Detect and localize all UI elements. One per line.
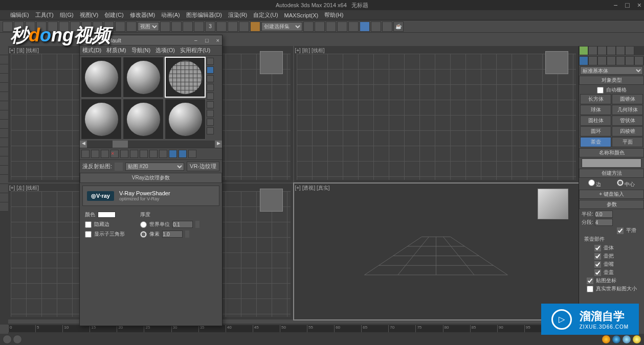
tool-icon[interactable]	[0, 101, 8, 110]
edge-radio[interactable]	[588, 179, 595, 186]
menu-views[interactable]: 视图(V)	[80, 11, 99, 19]
menu-customize[interactable]: 自定义(U)	[253, 11, 278, 19]
me-menu-navigation[interactable]: 导航(N)	[131, 47, 150, 54]
tool-icon[interactable]	[0, 46, 8, 55]
script-icon[interactable]	[3, 335, 12, 344]
geometry-icon[interactable]	[579, 56, 588, 65]
viewport-perspective[interactable]: [+] [透视] [真实]	[294, 183, 579, 320]
light-icon[interactable]	[622, 335, 631, 344]
pyramid-button[interactable]: 四棱锥	[612, 126, 643, 136]
show-end-icon[interactable]	[169, 150, 177, 158]
align-icon[interactable]	[315, 21, 325, 32]
display-tab-icon[interactable]	[616, 46, 625, 55]
name-color-header[interactable]: 名称和颜色	[579, 148, 644, 157]
schematic-icon[interactable]	[348, 21, 359, 32]
cameras-icon[interactable]	[607, 56, 616, 65]
torus-button[interactable]: 圆环	[580, 126, 611, 136]
params-header[interactable]: 参数	[579, 200, 644, 209]
close-button[interactable]: ×	[216, 37, 219, 43]
edit-selection-icon[interactable]	[250, 21, 260, 32]
spacewarps-icon[interactable]	[625, 56, 634, 65]
segments-input[interactable]	[595, 219, 613, 226]
material-slots-scrollbar[interactable]: ◀ ▶	[80, 141, 222, 148]
video-check-icon[interactable]	[207, 93, 214, 100]
box-button[interactable]: 长方体	[580, 94, 611, 104]
spinner-snap-icon[interactable]	[239, 21, 249, 32]
select-by-mat-icon[interactable]	[207, 119, 214, 126]
material-slot[interactable]	[123, 99, 164, 140]
reset-icon[interactable]: ×	[110, 150, 119, 158]
viewcube-icon[interactable]	[545, 51, 568, 74]
viewcube-icon[interactable]	[260, 51, 283, 74]
angle-snap-icon[interactable]	[216, 21, 227, 32]
tool-icon[interactable]	[0, 184, 8, 193]
render-icon[interactable]: ☕	[393, 21, 404, 32]
color-swatch[interactable]	[98, 212, 116, 218]
ref-coord-icon[interactable]	[194, 21, 204, 32]
layer-icon[interactable]	[326, 21, 336, 32]
options-icon[interactable]	[207, 110, 214, 117]
show-map-icon[interactable]	[159, 150, 167, 158]
map-name-dropdown[interactable]: 贴图 #20	[125, 163, 184, 171]
maximize-button[interactable]: □	[205, 37, 209, 43]
menu-rendering[interactable]: 渲染(R)	[228, 11, 247, 19]
lid-checkbox[interactable]	[594, 269, 601, 276]
viewport-label[interactable]: [+] [顶] [线框]	[9, 47, 39, 54]
tool-icon[interactable]	[0, 55, 8, 64]
tool-icon[interactable]	[0, 74, 8, 83]
background-icon[interactable]	[207, 75, 214, 82]
menu-group[interactable]: 组(G)	[60, 11, 74, 19]
material-slot[interactable]	[165, 99, 206, 140]
creation-method-header[interactable]: 创建方法	[579, 169, 644, 178]
hierarchy-tab-icon[interactable]	[597, 46, 607, 55]
pixels-radio[interactable]	[140, 231, 147, 238]
hidden-edges-checkbox[interactable]	[85, 221, 92, 228]
pixels-input[interactable]	[162, 231, 183, 238]
light-icon[interactable]	[602, 335, 611, 344]
motion-tab-icon[interactable]	[607, 46, 616, 55]
sample-type-icon[interactable]	[207, 58, 214, 65]
world-units-radio[interactable]	[140, 221, 147, 228]
me-menu-options[interactable]: 选项(O)	[156, 47, 175, 54]
teapot-button[interactable]: 茶壶	[580, 137, 611, 147]
utilities-tab-icon[interactable]	[625, 46, 634, 55]
cone-button[interactable]: 圆锥体	[612, 94, 643, 104]
object-type-header[interactable]: 对象类型	[579, 76, 644, 85]
plane-button[interactable]: 平面	[612, 137, 643, 147]
tool-icon[interactable]	[0, 147, 8, 156]
rotate-icon[interactable]	[171, 21, 182, 32]
menu-tools[interactable]: 工具(T)	[35, 11, 54, 19]
smooth-checkbox[interactable]	[617, 227, 624, 234]
radius-input[interactable]	[595, 211, 613, 218]
get-material-icon[interactable]	[81, 150, 90, 158]
render-frame-icon[interactable]	[382, 21, 392, 32]
cylinder-button[interactable]: 圆柱体	[580, 116, 611, 126]
tool-icon[interactable]	[0, 64, 8, 74]
viewport-label[interactable]: [+] [透视] [真实]	[295, 185, 330, 192]
select-icon[interactable]	[115, 21, 125, 32]
map-type-button[interactable]: VR-边纹理	[187, 162, 219, 171]
light-icon[interactable]	[612, 335, 621, 344]
curve-editor-icon[interactable]	[337, 21, 347, 32]
sphere-button[interactable]: 球体	[580, 105, 611, 115]
menu-animation[interactable]: 动画(A)	[161, 11, 180, 19]
tool-icon[interactable]	[0, 129, 8, 138]
maximize-button[interactable]: □	[625, 1, 629, 9]
put-to-scene-icon[interactable]	[91, 150, 99, 158]
backlight-icon[interactable]	[207, 66, 214, 74]
menu-maxscript[interactable]: MAXScript(X)	[284, 12, 319, 18]
mat-id-icon[interactable]	[149, 150, 158, 158]
spout-checkbox[interactable]	[594, 261, 601, 268]
material-slot[interactable]	[81, 99, 122, 140]
sample-uv-icon[interactable]	[207, 84, 214, 91]
mapping-checkbox[interactable]	[587, 278, 593, 284]
go-parent-icon[interactable]	[179, 150, 187, 158]
menu-modifiers[interactable]: 修改器(M)	[130, 11, 156, 19]
view-dropdown[interactable]: 视图	[138, 22, 159, 31]
scale-icon[interactable]	[183, 21, 193, 32]
body-checkbox[interactable]	[594, 245, 601, 251]
tool-icon[interactable]	[0, 120, 8, 129]
move-icon[interactable]	[160, 21, 170, 32]
rollout-header[interactable]: VRay边纹理参数	[80, 173, 222, 183]
tool-icon[interactable]	[0, 175, 8, 184]
